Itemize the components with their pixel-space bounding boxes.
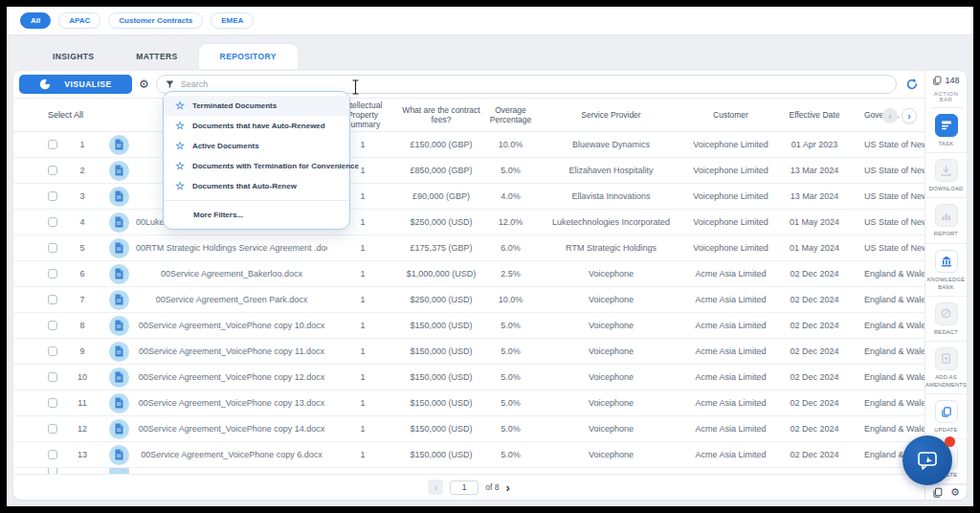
column-header-customer: Customer	[685, 110, 776, 120]
row-checkbox[interactable]	[48, 166, 57, 175]
gear-icon[interactable]: ⚙	[139, 78, 149, 90]
cell-service-provider: Voicephone	[537, 450, 685, 459]
document-icon[interactable]	[109, 264, 129, 284]
table-row[interactable]: 11 00Service Agreement_VoicePhone copy 1…	[13, 390, 924, 416]
table-row[interactable]: 10 00Service Agreement_VoicePhone copy 1…	[13, 365, 924, 390]
download-icon	[940, 165, 952, 177]
document-icon[interactable]	[109, 212, 129, 233]
row-checkbox[interactable]	[48, 269, 57, 279]
action-add-as-amendments: ADD AS AMENDMENTS	[925, 342, 967, 394]
document-icon[interactable]	[109, 419, 129, 439]
cell-contract-fees: £150,000 (GBP)	[398, 140, 484, 149]
cell-governing: US State of New Y...	[853, 243, 924, 253]
table-header: Select All Intellectual Property Summary…	[13, 98, 924, 132]
column-header-effective-date: Effective Date	[776, 110, 853, 120]
table-row[interactable]: 1 00BlueWave D 1 £150,000 (GBP) 10.0% Bl…	[13, 132, 924, 158]
row-checkbox[interactable]	[48, 450, 57, 459]
cell-effective-date: 02 Dec 2024	[776, 398, 853, 408]
table-row[interactable]: 2 00ElizaHaven 1 £850,000 (GBP) 5.0% Eli…	[13, 158, 924, 184]
page-number-input[interactable]	[450, 480, 479, 495]
star-icon[interactable]: ☆	[175, 100, 185, 111]
cell-service-provider: Voicephone	[537, 398, 685, 408]
document-icon[interactable]	[109, 316, 129, 336]
document-icon[interactable]	[109, 445, 129, 465]
table-row[interactable]: 3 00EllaVista In 1 £90,000 (GBP) 4.0% El…	[13, 184, 924, 210]
star-icon[interactable]: ☆	[175, 121, 185, 131]
row-checkbox[interactable]	[48, 424, 57, 434]
row-checkbox[interactable]	[48, 398, 57, 408]
cell-service-provider: Voicephone	[537, 372, 685, 382]
action-report: REPORT	[925, 198, 967, 243]
search-input[interactable]	[181, 79, 888, 89]
filter-menu-item[interactable]: ☆ Terminated Documents	[164, 96, 349, 116]
page-next-icon[interactable]: ›	[505, 481, 509, 494]
table-row[interactable]: 9 00Service Agreement_VoicePhone copy 11…	[13, 339, 924, 365]
document-name: 00Service Agreement_VoicePhone copy 13.d…	[136, 398, 327, 408]
table-row[interactable]: 8 00Service Agreement_VoicePhone copy 10…	[13, 313, 924, 339]
documents-count-icon	[932, 76, 942, 85]
assistant-chat-button[interactable]	[902, 435, 952, 485]
row-checkbox[interactable]	[48, 321, 57, 330]
row-number: 11	[63, 398, 101, 408]
copy-icon[interactable]	[932, 487, 943, 498]
document-icon[interactable]	[109, 135, 129, 155]
visualise-button[interactable]: VISUALISE	[19, 75, 132, 94]
cell-customer: Acme Asia Limited	[685, 372, 776, 382]
table-area: VISUALISE ⚙ Select All Intellectual Prop…	[13, 71, 924, 500]
cell-effective-date: 02 Dec 2024	[776, 295, 853, 304]
filter-menu-item[interactable]: ☆ Documents that Auto-Renew	[164, 176, 349, 196]
saved-filters-list: ☆ Terminated Documents ☆ Documents that …	[164, 96, 349, 196]
table-body: 1 00BlueWave D 1 £150,000 (GBP) 10.0% Bl…	[13, 132, 924, 468]
filter-funnel-icon[interactable]	[165, 79, 175, 90]
row-checkbox[interactable]	[48, 295, 57, 304]
cell-ip-summary: 1	[327, 346, 398, 356]
pill-customer-contracts[interactable]: Customer Contracts	[108, 12, 203, 29]
pill-emea[interactable]: EMEA	[211, 12, 254, 29]
table-row[interactable]: 5 00RTM Strategic Holdings Service Agree…	[13, 235, 924, 261]
cell-contract-fees: £850,000 (GBP)	[398, 166, 484, 175]
pill-apac[interactable]: APAC	[58, 12, 100, 29]
document-icon[interactable]	[109, 161, 129, 181]
columns-scroll-right-icon[interactable]: ›	[902, 108, 917, 123]
row-checkbox[interactable]	[48, 191, 57, 201]
document-icon[interactable]	[109, 342, 129, 362]
cell-governing: England & Wales	[853, 321, 924, 330]
more-filters-item[interactable]: More Filters...	[164, 205, 349, 225]
row-checkbox[interactable]	[48, 140, 57, 149]
workspace-pill-bar: All APAC Customer Contracts EMEA	[7, 7, 973, 35]
document-icon[interactable]	[109, 368, 129, 388]
action-update[interactable]: UPDATE	[925, 394, 967, 439]
columns-scroll-left-icon[interactable]: ‹	[882, 108, 898, 123]
tab-repository[interactable]: REPOSITORY	[199, 44, 298, 69]
document-icon[interactable]	[109, 187, 129, 207]
row-checkbox[interactable]	[48, 346, 57, 356]
cell-customer: Acme Asia Limited	[685, 295, 776, 304]
document-icon[interactable]	[109, 393, 129, 413]
action-knowledge-bank[interactable]: KNOWLEDGE BANK	[925, 244, 967, 297]
table-row[interactable]: 12 00Service Agreement_VoicePhone copy 1…	[13, 416, 924, 442]
pie-chart-icon	[39, 78, 51, 90]
document-icon[interactable]	[109, 290, 129, 310]
pill-all[interactable]: All	[20, 12, 51, 29]
refresh-icon[interactable]	[905, 78, 919, 91]
row-checkbox[interactable]	[48, 243, 57, 253]
filter-menu-item[interactable]: ☆ Documents with Termination for Conveni…	[164, 156, 349, 176]
tab-insights[interactable]: INSIGHTS	[32, 44, 115, 69]
settings-gear-icon[interactable]: ⚙	[950, 487, 960, 498]
cell-contract-fees: $150,000 (USD)	[398, 398, 484, 408]
row-checkbox[interactable]	[48, 372, 57, 382]
filter-menu-item[interactable]: ☆ Documents that have Auto-Renewed	[164, 116, 349, 136]
row-checkbox[interactable]	[48, 217, 57, 227]
star-icon[interactable]: ☆	[175, 141, 185, 151]
star-icon[interactable]: ☆	[175, 181, 185, 191]
tab-matters[interactable]: MATTERS	[115, 44, 198, 69]
filter-menu-item[interactable]: ☆ Active Documents	[164, 136, 349, 156]
table-row[interactable]: 6 00Service Agreement_Bakerloo.docx 1 $1…	[13, 261, 924, 287]
table-row[interactable]: 4 00LukeTechnologies Inc. Service Agreem…	[13, 210, 924, 235]
table-row[interactable]: 7 00Service Agreement_Green Park.docx 1 …	[13, 287, 924, 313]
action-task[interactable]: TASK	[925, 108, 967, 153]
star-icon[interactable]: ☆	[175, 161, 185, 171]
document-icon[interactable]	[109, 238, 129, 258]
row-number: 12	[63, 424, 101, 434]
table-row[interactable]: 13 00Service Agreement_VoicePhone copy 6…	[13, 442, 924, 468]
